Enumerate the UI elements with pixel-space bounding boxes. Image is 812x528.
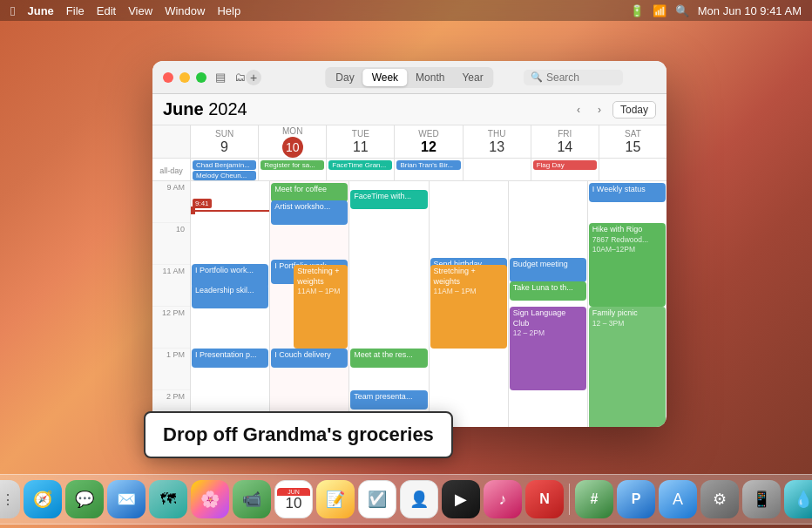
day-header-wed[interactable]: WED 12 [395,125,463,158]
event-artist-mon[interactable]: Artist worksho... [271,200,348,225]
maximize-button[interactable] [196,72,206,83]
systemprefs-icon: ⚙ [713,490,727,509]
event-hike-fri[interactable]: Hike with Rigo 7867 Redwood... 10AM–12PM [589,223,666,307]
calendar-nav: ‹ › Today [571,101,656,118]
event-signlang-thu[interactable]: Sign Language Club 12 – 2PM [510,307,586,390]
tab-year[interactable]: Year [453,69,491,86]
datetime-display: Mon Jun 10 9:41 AM [698,4,802,17]
search-box[interactable]: 🔍 [524,70,623,85]
prev-arrow[interactable]: ‹ [571,102,586,118]
allday-event-register[interactable]: Register for sa... [261,160,324,170]
photos-icon: 🌸 [200,490,220,509]
event-meet-res-tue[interactable]: Meet at the res... [350,349,427,368]
archive-icon[interactable]: 🗂 [234,71,246,84]
dock-item-appletv[interactable]: ▶ [442,480,480,518]
allday-event-brian[interactable]: Brian Tran's Bir... [396,160,460,170]
day-col-tue: FaceTime with... Meet at the res... Team… [349,181,429,427]
search-icon[interactable]: 🔍 [675,4,689,17]
menubar:  June File Edit View Window Help 🔋 📶 🔍 … [0,0,812,21]
time-11am: 11 AM [152,265,190,307]
dock-item-screensaver[interactable]: 💧 [784,480,812,518]
dock-item-systemprefs[interactable]: ⚙ [700,480,739,518]
tab-month[interactable]: Month [407,69,453,86]
traffic-lights [163,72,206,83]
allday-event-melody[interactable]: Melody Cheun... [193,171,256,180]
apple-menu[interactable]:  [10,3,15,18]
event-weekly-fri[interactable]: I Weekly status [589,183,666,202]
app-menu-calendar[interactable]: June [27,4,53,17]
allday-cell-sun: Chad Benjamín... Melody Cheun... [191,159,259,180]
tab-week[interactable]: Week [363,69,407,86]
dock-item-maps[interactable]: 🗺 [149,480,187,518]
today-button[interactable]: Today [612,101,656,118]
sidebar-toggle-icon[interactable]: ▤ [215,71,226,84]
day-header-fri[interactable]: FRI 14 [531,125,599,158]
allday-event-chad[interactable]: Chad Benjamín... [193,160,256,170]
appletv-icon: ▶ [455,490,467,509]
add-event-button[interactable]: + [246,70,261,85]
allday-event-facetime[interactable]: FaceTime Gran... [328,160,392,170]
dock-item-notes[interactable]: 📝 [316,480,355,518]
menu-edit[interactable]: Edit [97,4,116,17]
dock-item-facetime[interactable]: 📹 [233,480,271,518]
dock-item-launchpad[interactable]: ⋮⋮ [0,480,20,518]
allday-cell-wed: Brian Tran's Bir... [395,159,463,180]
dock-item-appstore[interactable]: A [659,480,697,518]
launchpad-icon: ⋮⋮ [0,491,15,508]
day-header-tue[interactable]: TUE 11 [327,125,395,158]
event-leadership-sun[interactable]: Leadership skil... [192,284,268,308]
numbers-icon: # [591,491,599,507]
dock-item-pages[interactable]: P [617,480,655,518]
day-header-thu[interactable]: THU 13 [464,125,531,158]
event-stretching-wed[interactable]: Stretching + weights 11AM – 1PM [430,265,507,349]
day-header-sun[interactable]: SUN 9 [191,125,259,158]
safari-icon: 🧭 [33,490,52,509]
close-button[interactable] [163,72,173,83]
dock-item-calendar[interactable]: JUN 10 [274,480,313,518]
dock-item-news[interactable]: N [525,480,564,518]
messages-icon: 💬 [75,490,94,509]
tab-day[interactable]: Day [327,69,362,86]
event-presentation-sun[interactable]: I Presentation p... [192,349,268,368]
day-header-mon[interactable]: MON 10 [259,125,327,158]
tooltip-text: Drop off Grandma's groceries [163,423,434,445]
event-coffee-mon[interactable]: Meet for coffee [271,183,348,202]
dock-item-contacts[interactable]: 👤 [400,480,438,518]
dock-item-music[interactable]: ♪ [484,480,522,518]
dock-item-safari[interactable]: 🧭 [24,480,62,518]
current-time-line [191,210,269,212]
current-time-dot [191,206,195,214]
event-stretching-mon[interactable]: Stretching + weights 11AM – 1PM [294,265,348,349]
dock-item-photos[interactable]: 🌸 [191,480,229,518]
event-picnic-fri[interactable]: Family picnic 12 – 3PM [589,307,666,427]
event-luna-thu[interactable]: Take Luna to th... [510,281,586,301]
dock-item-reminders[interactable]: ☑️ [358,480,396,518]
event-budget-thu[interactable]: Budget meeting [510,258,586,282]
menu-view[interactable]: View [128,4,152,17]
menu-file[interactable]: File [66,4,85,17]
dock-item-messages[interactable]: 💬 [65,480,104,518]
battery-icon: 🔋 [630,4,644,17]
allday-cell-sat [599,159,667,180]
time-labels: 9 AM 10 11 AM 12 PM 1 PM 2 PM 3 PM 4 PM … [152,181,191,427]
days-header: SUN 9 MON 10 TUE 11 WED 12 THU 13 FRI 14 [152,125,667,159]
search-input[interactable] [546,71,616,84]
event-teampresenta-tue[interactable]: Team presenta... [350,390,427,410]
dock-item-mail[interactable]: ✉️ [107,480,145,518]
menu-help[interactable]: Help [217,4,240,17]
allday-cell-thu [464,159,531,180]
dock-item-iphone[interactable]: 📱 [742,480,781,518]
time-9am: 9 AM [152,181,190,223]
dock-item-numbers[interactable]: # [575,480,613,518]
next-arrow[interactable]: › [592,102,607,118]
news-icon: N [539,491,550,507]
month-header: June 2024 ‹ › Today [152,94,667,125]
event-facetime-tue[interactable]: FaceTime with... [350,190,427,209]
notes-icon: 📝 [326,490,345,509]
menu-window[interactable]: Window [165,4,205,17]
minimize-button[interactable] [179,72,190,83]
allday-event-flagday[interactable]: Flag Day [533,160,597,170]
day-header-sat[interactable]: SAT 15 [599,125,667,158]
event-couch-mon[interactable]: I Couch delivery [271,349,348,368]
dock: 😊 ⋮⋮ 🧭 💬 ✉️ 🗺 🌸 📹 [0,474,812,525]
